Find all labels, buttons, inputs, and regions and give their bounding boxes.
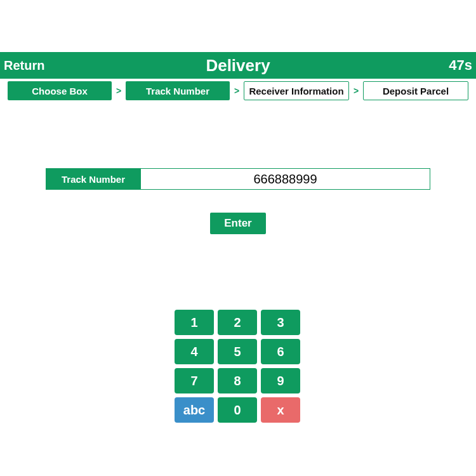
key-delete[interactable]: x (261, 397, 300, 423)
step-receiver-info[interactable]: Receiver Information (244, 81, 349, 100)
step-track-number[interactable]: Track Number (126, 81, 230, 100)
step-choose-box[interactable]: Choose Box (8, 81, 112, 100)
key-2[interactable]: 2 (218, 310, 257, 335)
page-title: Delivery (0, 56, 476, 76)
key-0[interactable]: 0 (218, 397, 257, 423)
breadcrumb-separator: > (114, 86, 123, 96)
key-abc[interactable]: abc (175, 397, 214, 423)
countdown-timer: 47s (449, 57, 472, 74)
breadcrumb: Choose Box > Track Number > Receiver Inf… (8, 81, 468, 100)
numeric-keypad: 1 2 3 4 5 6 7 8 9 abc 0 x (175, 310, 301, 423)
key-5[interactable]: 5 (218, 339, 257, 364)
track-number-input[interactable] (141, 168, 430, 190)
track-number-row: Track Number (46, 168, 430, 190)
key-7[interactable]: 7 (175, 368, 214, 393)
step-deposit-parcel[interactable]: Deposit Parcel (363, 81, 468, 100)
return-button[interactable]: Return (4, 58, 44, 73)
header-bar: Return Delivery 47s (0, 52, 476, 79)
breadcrumb-separator: > (232, 86, 241, 96)
enter-button[interactable]: Enter (210, 213, 266, 234)
key-4[interactable]: 4 (175, 339, 214, 364)
key-8[interactable]: 8 (218, 368, 257, 393)
key-3[interactable]: 3 (261, 310, 300, 335)
track-number-label: Track Number (46, 168, 141, 190)
key-1[interactable]: 1 (175, 310, 214, 335)
breadcrumb-separator: > (352, 86, 360, 96)
key-9[interactable]: 9 (261, 368, 300, 393)
key-6[interactable]: 6 (261, 339, 300, 364)
